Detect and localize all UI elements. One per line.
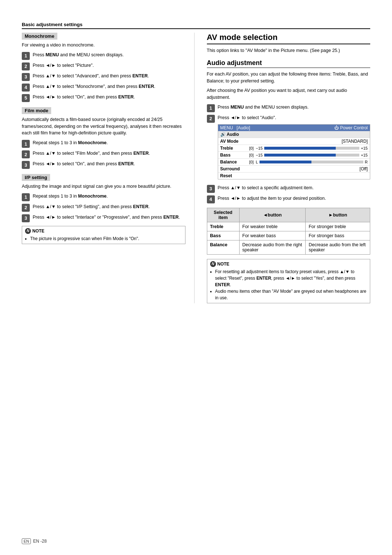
step-item: 3 Press ◄/► to select "Interlace" or "Pr… [22, 214, 185, 222]
bass-bar-container: [0] −15 +15 [249, 153, 368, 157]
step-item: 3 Press ▲/▼ to select a specific adjustm… [207, 185, 371, 193]
step-item: 5 Press ◄/► to select "On", and then pre… [22, 94, 185, 102]
step-item: 3 Press ◄/► to select "On", and then pre… [22, 161, 185, 169]
table-cell-left: For weaker bass [239, 231, 306, 240]
table-header-right-btn: ►button [306, 208, 370, 222]
table-cell-left: Decrease audio from the right speaker [239, 240, 306, 254]
step-item: 2 Press ▲/▼ to select "Film Mode", and t… [22, 150, 185, 158]
note-list: The picture is progressive scan when Fil… [25, 235, 182, 242]
reset-row-label: Reset [220, 173, 249, 178]
film-mode-desc: Automatically detects a film-based sourc… [22, 116, 185, 137]
note-icon: N [25, 228, 31, 234]
audio-adj-desc1: For each AV position, you can adjust the… [207, 71, 371, 85]
step-num-3: 3 [22, 161, 30, 169]
bass-bar-bg [264, 154, 360, 157]
table-cell-right: For stronger treble [306, 222, 370, 231]
film-mode-header: Film mode [22, 107, 51, 114]
step-item: 4 Press ▲/▼ to select "Monochrome", and … [22, 83, 185, 92]
table-header-item: Selected item [207, 208, 239, 222]
step-num-1: 1 [207, 104, 215, 112]
avmode-row-value: [STANDARD] [342, 139, 368, 144]
monochrome-section: Monochrome For viewing a video in monoch… [22, 33, 185, 102]
ip-setting-desc: Adjusting the image and input signal can… [22, 183, 185, 190]
monochrome-header: Monochrome [22, 33, 57, 40]
page-content: Basic adjustment settings Monochrome For… [22, 22, 370, 303]
note-item: Audio menu items other than "AV Mode" ar… [215, 288, 367, 301]
step-text-1: Repeat steps 1 to 3 in Monochrome. [33, 193, 185, 200]
step-num-1: 1 [22, 52, 30, 60]
table-cell-item: Balance [207, 240, 239, 254]
step-text-3: Press ◄/► to select "On", and then press… [33, 161, 185, 167]
balance-row-label: Balance [220, 159, 249, 165]
balance-suffix: R [365, 160, 368, 164]
step-text-4: Press ▲/▼ to select "Monochrome", and th… [33, 83, 185, 90]
right-column: AV mode selection This option links to "… [205, 33, 371, 303]
power-control-text: Power Control [340, 125, 368, 130]
step-item: 1 Repeat steps 1 to 3 in Monochrome. [22, 139, 185, 148]
step-item: 1 Press MENU and the MENU screen display… [22, 52, 185, 60]
treble-suffix: +15 [361, 146, 368, 150]
audio-info-table: Selected item ◄button ►button Treble For… [207, 208, 371, 255]
treble-bar-fill [264, 147, 336, 150]
table-cell-right: For stronger bass [306, 231, 370, 240]
step-item: 2 Press ▲/▼ to select "I/P Setting", and… [22, 203, 185, 212]
ip-setting-note: N NOTE The picture is progressive scan w… [22, 226, 185, 244]
menu-row-bass: Bass [0] −15 +15 [218, 152, 370, 159]
bass-row-label: Bass [220, 153, 249, 158]
step-item: 2 Press ◄/► to select "Audio". MENU [Aud… [207, 114, 371, 182]
step-text-3: Press ▲/▼ to select a specific adjustmen… [218, 185, 371, 191]
step-num-4: 4 [207, 195, 215, 203]
monochrome-steps: 1 Press MENU and the MENU screen display… [22, 52, 185, 102]
surround-row-value: [Off] [342, 166, 368, 171]
page-footer: EN EN -28 [22, 538, 47, 544]
step-num-3: 3 [22, 214, 30, 222]
avmode-row-label: AV Mode [220, 139, 249, 144]
balance-bar-fill [260, 161, 311, 163]
surround-row-label: Surround [220, 166, 249, 171]
treble-prefix: [0] −15 [249, 146, 263, 150]
audio-menu-table: MENU [Audio] ⏻ Power Control 🔊 Audio [218, 124, 371, 179]
step-item: 2 Press ◄/► to select "Picture". [22, 62, 185, 70]
ip-setting-header: I/P setting [22, 174, 50, 181]
menu-row-treble: Treble [0] −15 +15 [218, 145, 370, 152]
treble-bar-bg [264, 147, 360, 150]
table-row: Treble For weaker treble For stronger tr… [207, 222, 370, 231]
balance-prefix: [0] L [249, 160, 258, 164]
step-text-2: Press ▲/▼ to select "Film Mode", and the… [33, 150, 185, 157]
av-mode-desc: This option links to "AV Mode" in the Pi… [207, 47, 371, 54]
step-num-1: 1 [22, 193, 30, 201]
note-icon: N [210, 261, 216, 267]
note-title: N NOTE [210, 261, 367, 267]
audio-steps: 1 Press MENU and the MENU screen display… [207, 104, 371, 203]
menu-row-balance: Balance [0] L R [218, 159, 370, 166]
av-mode-section: AV mode selection This option links to "… [207, 33, 371, 54]
step-num-2: 2 [22, 204, 30, 212]
balance-bar-bg [260, 161, 363, 163]
audio-adj-desc2: After choosing the AV position you want … [207, 87, 371, 101]
film-mode-steps: 1 Repeat steps 1 to 3 in Monochrome. 2 P… [22, 139, 185, 169]
step-num-4: 4 [22, 84, 30, 92]
table-header-left-btn: ◄button [239, 208, 306, 222]
ip-setting-section: I/P setting Adjusting the image and inpu… [22, 174, 185, 244]
step-item: 1 Repeat steps 1 to 3 in Monochrome. [22, 193, 185, 201]
table-row: Balance Decrease audio from the right sp… [207, 240, 370, 254]
step-num-2: 2 [207, 115, 215, 123]
menu-row-audio: 🔊 Audio [218, 131, 370, 138]
note-title: N NOTE [25, 228, 182, 234]
two-column-layout: Monochrome For viewing a video in monoch… [22, 33, 370, 303]
note-item: For resetting all adjustment items to fa… [215, 268, 367, 288]
step-text-2: Press ◄/► to select "Picture". [33, 62, 185, 69]
note-label: NOTE [217, 262, 229, 267]
menu-header: MENU [Audio] ⏻ Power Control [218, 125, 370, 131]
step-text-2: Press ▲/▼ to select "I/P Setting", and t… [33, 203, 185, 210]
step2-container: Press ◄/► to select "Audio". MENU [Audio… [218, 114, 371, 182]
audio-adj-title: Audio adjustment [207, 59, 371, 68]
step-text-1: Press MENU and the MENU screen displays. [218, 104, 371, 111]
menu-row-avmode: AV Mode [STANDARD] [218, 138, 370, 145]
step-text-3: Press ▲/▼ to select "Advanced", and then… [33, 73, 185, 80]
note-list: For resetting all adjustment items to fa… [210, 268, 367, 301]
table-cell-item: Treble [207, 222, 239, 231]
step-num-3: 3 [22, 73, 30, 81]
table-cell-left: For weaker treble [239, 222, 306, 231]
table-row: Bass For weaker bass For stronger bass [207, 231, 370, 240]
